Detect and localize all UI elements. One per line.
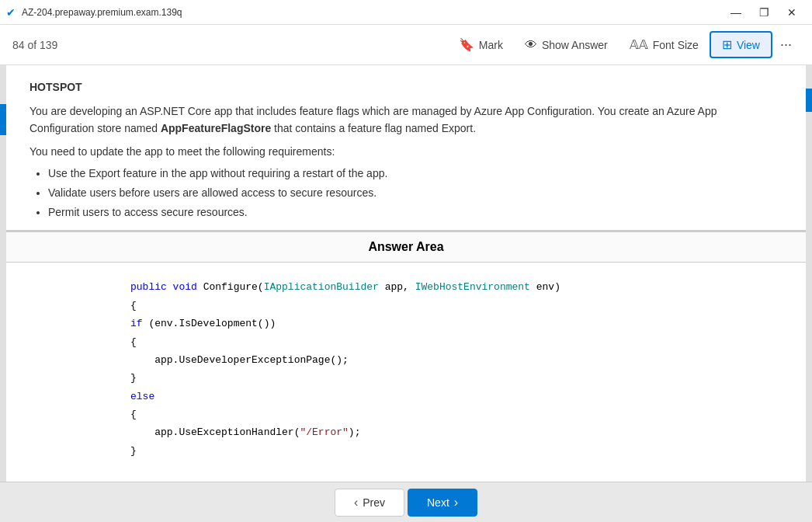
code-line-7: else (130, 388, 790, 405)
title-bar: ✔ AZ-204.prepaway.premium.exam.139q — ❐ … (0, 0, 812, 25)
code-line-4: { (130, 333, 790, 351)
check-icon: ✔ (6, 6, 16, 19)
requirements-list: Use the Export feature in the app withou… (29, 164, 783, 223)
list-item: Validate users before users are allowed … (48, 183, 783, 203)
bottom-nav: ‹ Prev Next › (0, 482, 812, 522)
title-bar-controls: — ❐ ✕ (722, 0, 806, 25)
code-container: public void Configure(IApplicationBuilde… (6, 278, 806, 482)
answer-area-header: Answer Area (6, 231, 806, 263)
code-line-2: { (130, 297, 790, 315)
code-line-1: public void Configure(IApplicationBuilde… (130, 278, 790, 296)
code-line-5: app.UseDeveloperExceptionPage(); (130, 351, 790, 369)
view-label: View (737, 39, 760, 51)
next-button[interactable]: Next › (408, 489, 477, 517)
mark-button[interactable]: 🔖 Mark (448, 33, 514, 57)
next-arrow-icon: › (454, 496, 458, 510)
maximize-button[interactable]: ❐ (750, 0, 778, 25)
app-name-bold: AppFeatureFlagStore (161, 122, 271, 134)
font-size-label: Font Size (653, 39, 699, 51)
left-marker (0, 104, 6, 135)
font-icon: 𝔸𝔸 (630, 37, 648, 52)
title-bar-left: ✔ AZ-204.prepaway.premium.exam.139q (6, 6, 182, 19)
code-line-10: } (130, 442, 790, 460)
code-line-3: if (env.IsDevelopment()) (130, 315, 790, 332)
bookmark-icon: 🔖 (459, 37, 474, 52)
dropdown-popup[interactable]: UseAuthentication UseAuthentication UseS… (161, 466, 404, 482)
mark-label: Mark (479, 39, 503, 51)
question-text-1: You are developing an ASP.NET Core app t… (29, 103, 783, 137)
more-button[interactable]: ··· (772, 32, 800, 57)
answer-section: Answer Area public void Configure(IAppli… (6, 231, 806, 482)
minimize-button[interactable]: — (722, 0, 750, 25)
toolbar: 84 of 139 🔖 Mark 👁 Show Answer 𝔸𝔸 Font S… (0, 25, 812, 65)
eye-icon: 👁 (525, 38, 537, 52)
right-side-indicator (806, 65, 812, 482)
prev-label: Prev (363, 496, 385, 509)
list-item: Permit users to access secure resources. (48, 203, 783, 222)
question-section: HOTSPOT You are developing an ASP.NET Co… (6, 65, 806, 231)
requirements-intro: You need to update the app to meet the f… (29, 145, 783, 158)
next-label: Next (427, 496, 449, 509)
dropdown-row: app. UseAuthentication UseAuthentication… (130, 466, 790, 482)
font-size-button[interactable]: 𝔸𝔸 Font Size (619, 33, 710, 57)
content-panel[interactable]: HOTSPOT You are developing an ASP.NET Co… (6, 65, 806, 482)
code-line-9: app.UseExceptionHandler("/Error"); (130, 423, 790, 441)
show-answer-label: Show Answer (542, 39, 608, 51)
list-item: Use the Export feature in the app withou… (48, 164, 783, 183)
show-answer-button[interactable]: 👁 Show Answer (514, 33, 619, 57)
left-side-indicator (0, 65, 6, 482)
prev-button[interactable]: ‹ Prev (335, 489, 404, 517)
close-button[interactable]: ✕ (778, 0, 806, 25)
title-bar-title: AZ-204.prepaway.premium.exam.139q (22, 7, 182, 18)
prev-arrow-icon: ‹ (354, 496, 358, 510)
question-type: HOTSPOT (29, 81, 783, 93)
view-icon: ⊞ (722, 37, 732, 52)
code-line-6: } (130, 369, 790, 387)
main-area: HOTSPOT You are developing an ASP.NET Co… (0, 65, 812, 482)
code-line-8: { (130, 405, 790, 423)
right-marker (806, 89, 812, 112)
view-button[interactable]: ⊞ View (710, 31, 772, 58)
question-count: 84 of 139 (12, 39, 57, 51)
